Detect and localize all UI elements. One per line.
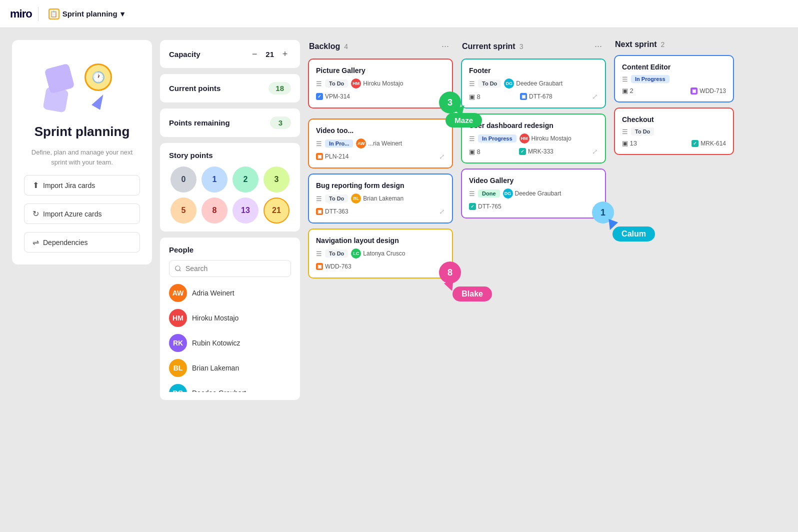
board-title-button[interactable]: 📋 Sprint planning ▾ [44, 6, 128, 22]
svg-marker-2 [605, 219, 618, 232]
import-azure-label: Import Azure cards [43, 210, 102, 218]
ticket-icon: ▣ [690, 88, 698, 94]
capacity-value: 21 [266, 50, 274, 58]
illus-arrow-3 [92, 92, 108, 110]
status-badge-inprogress: In Progress [478, 134, 516, 142]
status-badge-todo: To Do [325, 250, 348, 258]
person-item-hiroku[interactable]: HM Hiroku Mostajo [169, 307, 291, 329]
menu-icon: ☰ [316, 80, 322, 88]
person-avatar-rubin: RK [169, 334, 187, 352]
ticket-icon: ▣ [316, 153, 323, 160]
card-expand-arrow[interactable]: ⤢ [592, 92, 598, 100]
assignee-chip: BL Brian Lakeman [351, 194, 404, 204]
ticket-badge: ▣ WDD-713 [690, 88, 726, 94]
card-user-dashboard-title: User dashboard redesign [469, 122, 598, 130]
sp-circle-1[interactable]: 1 [202, 166, 228, 192]
person-item-adria[interactable]: AW Adria Weinert [169, 282, 291, 304]
menu-icon: ☰ [622, 76, 628, 83]
ticket-id: MRK-614 [700, 140, 726, 147]
current-points-label: Current points [169, 84, 220, 92]
sp-circle-3[interactable]: 3 [264, 166, 290, 192]
person-item-rubin[interactable]: RK Rubin Kotowicz [169, 332, 291, 354]
card-footer-row: ▣ 8 ▣ DTT-678 ⤢ [469, 92, 598, 100]
dependencies-label: Dependencies [43, 238, 88, 246]
assignee-chip: HM Hiroku Mostajo [351, 78, 403, 88]
sp-circle-5[interactable]: 5 [170, 198, 196, 224]
sprint-title: Sprint planning [34, 124, 130, 140]
card-nav-layout-title: Navigation layout design [316, 236, 445, 244]
person-item-brian[interactable]: BL Brian Lakeman [169, 357, 291, 379]
ticket-id: DTT-765 [478, 203, 502, 210]
backlog-title-group: Backlog 4 [309, 42, 348, 51]
people-search-input[interactable] [169, 260, 291, 277]
import-jira-button[interactable]: ⬆ Import Jira cards [24, 175, 140, 196]
svg-marker-0 [454, 102, 468, 116]
assignee-name: ...ria Weinert [368, 140, 402, 147]
ticket-badge: ✓ VPM-314 [316, 93, 350, 100]
menu-icon: ☰ [622, 128, 628, 136]
current-sprint-title: Current sprint [462, 42, 516, 51]
card-footer: ▣ PLN-214 ⤢ [316, 152, 445, 160]
ticket-badge: ✓ MRK-614 [692, 140, 726, 147]
card-video-gallery: Video Gallery ☰ Done DG Deedee Graubart … [461, 168, 606, 218]
next-sprint-header: Next sprint 2 [614, 40, 734, 49]
card-footer-row: ▣ 8 ✓ MRK-333 ⤢ [469, 148, 598, 156]
card-expand-arrow[interactable]: ⤢ [439, 152, 445, 160]
card-picture-gallery: Picture Gallery ☰ To Do HM Hiroku Mostaj… [308, 58, 453, 108]
ticket-icon: ✓ [519, 148, 526, 155]
assignee-name: Hiroku Mostajo [532, 135, 572, 142]
person-item-deedee[interactable]: DG Deedee Graubart [169, 382, 291, 392]
card-checkout: Checkout ☰ To Do ▣ 13 ✓ MRK-614 [614, 108, 734, 155]
menu-icon: ☰ [316, 195, 322, 202]
blake-cursor-arrow [442, 276, 457, 292]
card-expand-arrow[interactable]: ⤢ [439, 208, 445, 216]
import-jira-icon: ⬆ [32, 180, 39, 190]
card-video-gallery-meta: ☰ Done DG Deedee Graubart [469, 188, 598, 198]
card-footer: ▣ DTT-363 ⤢ [316, 208, 445, 216]
current-sprint-menu-button[interactable]: ··· [592, 40, 605, 52]
capacity-card: Capacity − 21 + [160, 40, 300, 68]
sp-circle-2[interactable]: 2 [232, 166, 258, 192]
dependencies-button[interactable]: ⇌ Dependencies [24, 232, 140, 252]
sp-circle-13[interactable]: 13 [232, 198, 258, 224]
app-header: miro 📋 Sprint planning ▾ [0, 0, 798, 28]
backlog-menu-button[interactable]: ··· [438, 40, 452, 52]
person-avatar-hiroku: HM [169, 309, 187, 327]
assignee-chip: DG Deedee Graubart [504, 78, 562, 88]
capacity-minus-button[interactable]: − [248, 48, 260, 60]
import-azure-icon: ↻ [32, 209, 39, 218]
sprint-illustration: 🕐 [42, 56, 122, 116]
ticket-count: ▣ 13 [622, 140, 637, 147]
card-footer-row: ▣ 2 ▣ WDD-713 [622, 87, 726, 94]
illus-clock: 🕐 [84, 64, 112, 91]
maze-cursor-arrow [452, 104, 467, 118]
backlog-count: 4 [344, 42, 348, 50]
status-badge-done: Done [478, 190, 500, 198]
card-bug-reporting-title: Bug reporting form design [316, 182, 445, 190]
status-badge-todo: To Do [631, 128, 654, 136]
ticket-badge: ✓ MRK-333 [519, 148, 554, 155]
person-avatar-adria: AW [169, 284, 187, 302]
ticket-badge: ▣ WDD-763 [316, 263, 352, 270]
person-name-hiroku: Hiroku Mostajo [192, 314, 238, 322]
sp-circle-0[interactable]: 0 [170, 166, 196, 192]
svg-marker-1 [444, 280, 457, 293]
ticket-id: DTT-678 [529, 93, 552, 100]
capacity-panel: Capacity − 21 + Current points 18 Points… [160, 40, 300, 400]
backlog-column: Backlog 4 ··· Picture Gallery ☰ To Do HM… [308, 40, 453, 520]
capacity-plus-button[interactable]: + [279, 48, 291, 60]
main-content: 🕐 Sprint planning Define, plan and manag… [0, 28, 798, 532]
current-points-card: Current points 18 [160, 74, 300, 102]
ticket-id: WDD-713 [700, 88, 726, 94]
sp-circle-8[interactable]: 8 [202, 198, 228, 224]
ticket-info: ▣ 2 [622, 87, 634, 94]
status-badge-inprogress: In Pro... [325, 140, 353, 148]
current-sprint-header: Current sprint 3 ··· [461, 40, 606, 52]
card-footer-item: Footer ☰ To Do DG Deedee Graubart ▣ 8 ▣ … [461, 58, 606, 108]
card-bug-reporting-meta: ☰ To Do BL Brian Lakeman [316, 194, 445, 204]
import-azure-button[interactable]: ↻ Import Azure cards [24, 204, 140, 224]
card-expand-arrow[interactable]: ⤢ [592, 148, 598, 156]
ticket-info: ▣ 8 [469, 93, 480, 100]
points-remaining-label: Points remaining [169, 118, 230, 127]
sp-circle-21[interactable]: 21 [264, 198, 290, 224]
